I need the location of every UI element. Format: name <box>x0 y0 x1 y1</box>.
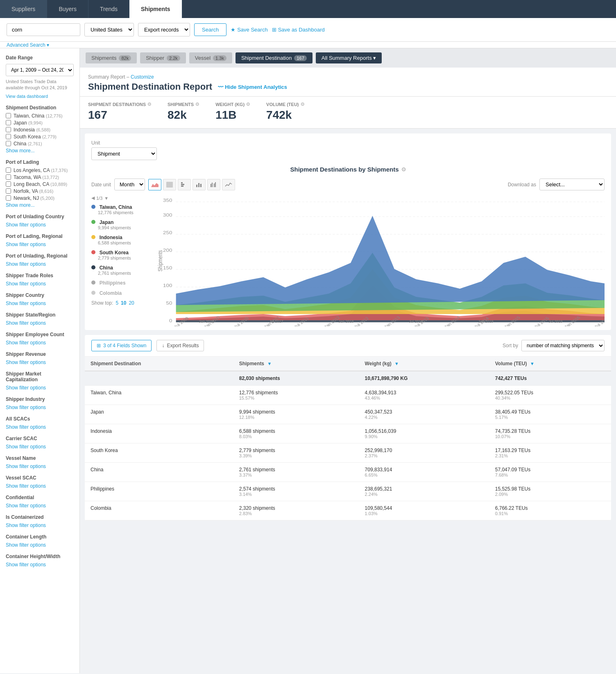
customize-link[interactable]: Customize <box>131 74 154 80</box>
port-checkbox-4[interactable] <box>6 195 11 201</box>
table-section: ⊞ 3 of 4 Fields Shown ↓ Export Results S… <box>85 335 611 520</box>
dest-checkbox-0[interactable] <box>6 113 11 118</box>
date-unit-section: Date unit Month <box>91 179 235 190</box>
total-shipments: 82,030 shipments <box>233 371 359 386</box>
container-length-filter[interactable]: Show filter options <box>6 542 74 548</box>
chart-type-sparkline[interactable] <box>222 179 235 190</box>
vessel-name-filter[interactable]: Show filter options <box>6 464 74 469</box>
shipper-industry-filter[interactable]: Show filter options <box>6 405 74 410</box>
shipper-revenue-filter[interactable]: Show filter options <box>6 360 74 365</box>
dashboard-icon: ⊞ <box>272 27 276 33</box>
tab-buyers[interactable]: Buyers <box>47 0 88 18</box>
unit-select[interactable]: Shipment <box>91 147 157 160</box>
date-unit-select[interactable]: Month <box>114 179 145 190</box>
action-select[interactable]: Export records <box>138 23 190 36</box>
port-lading-label: Port of Lading <box>6 159 74 165</box>
search-input[interactable] <box>7 23 80 36</box>
port-checkbox-3[interactable] <box>6 188 11 194</box>
hide-analytics-link[interactable]: 〰 Hide Shipment Analytics <box>218 84 287 90</box>
port-unlading-reg-filter[interactable]: Show filter options <box>6 261 74 267</box>
country-select[interactable]: United States <box>84 23 134 36</box>
row2-volume: 74,735.28 TEUs 10.07% <box>489 424 611 443</box>
show-top-5[interactable]: 5 <box>116 300 118 306</box>
shipment-dest-label: Shipment Destination <box>6 105 74 111</box>
tab-shipper-pill[interactable]: Shipper 2.2k <box>140 52 186 63</box>
download-select[interactable]: Select... <box>539 179 605 190</box>
tab-trends[interactable]: Trends <box>88 0 129 18</box>
show-top-10[interactable]: 10 <box>121 300 126 306</box>
tab-shipments-pill[interactable]: Shipments 82k <box>86 52 137 63</box>
search-bar: United States Export records Search ★ Sa… <box>0 18 616 42</box>
tab-suppliers[interactable]: Suppliers <box>0 0 47 18</box>
data-table: Shipment Destination Shipments ▼ Weight … <box>85 357 611 520</box>
export-results-button[interactable]: ↓ Export Results <box>156 340 204 351</box>
sort-by-select[interactable]: number of matching shipments <box>521 340 605 351</box>
port-show-more[interactable]: Show more... <box>6 202 74 208</box>
fields-shown-button[interactable]: ⊞ 3 of 4 Fields Shown <box>91 340 152 351</box>
legend-dot-6 <box>91 291 95 295</box>
download-section: Download as Select... <box>508 179 605 190</box>
save-dashboard-link[interactable]: ⊞ Save as Dashboard <box>272 27 325 33</box>
row2-dest: Indonesia <box>85 424 233 443</box>
chart-legend: ◀ 1/3 ▼ Taiwan, China 12,776 shipments J… <box>91 195 157 323</box>
carrier-scac-filter[interactable]: Show filter options <box>6 444 74 450</box>
dest-checkbox-2[interactable] <box>6 127 11 132</box>
info-icon-0: ⊙ <box>147 102 151 107</box>
vessel-scac-filter[interactable]: Show filter options <box>6 483 74 489</box>
row0-volume: 299,522.05 TEUs 40.34% <box>489 386 611 405</box>
legend-item-4: China 2,761 shipments <box>91 265 153 276</box>
row3-dest: South Korea <box>85 443 233 463</box>
dest-checkbox-3[interactable] <box>6 134 11 139</box>
tab-shipment-dest-pill[interactable]: Shipment Destination 167 <box>236 52 313 63</box>
weight-filter-icon[interactable]: ▼ <box>394 361 399 366</box>
dest-show-more[interactable]: Show more... <box>6 148 74 154</box>
container-hw-filter[interactable]: Show filter options <box>6 562 74 568</box>
port-checkbox-1[interactable] <box>6 174 11 180</box>
save-search-link[interactable]: ★ Save Search <box>231 27 267 33</box>
nav-prev-icon[interactable]: ◀ <box>91 195 95 201</box>
shipments-filter-icon[interactable]: ▼ <box>267 361 272 366</box>
legend-count-0: 12,776 shipments <box>98 210 153 215</box>
show-top-20[interactable]: 20 <box>129 300 134 306</box>
row1-weight: 450,347,523 4.22% <box>359 405 489 424</box>
table-toolbar: ⊞ 3 of 4 Fields Shown ↓ Export Results S… <box>85 335 611 357</box>
shipper-employee-filter[interactable]: Show filter options <box>6 340 74 346</box>
col-header-shipments: Shipments ▼ <box>233 357 359 371</box>
view-dashboard-link[interactable]: View data dashboard <box>6 94 48 99</box>
all-scacs-label: All SCACs <box>6 416 74 422</box>
chart-type-line[interactable] <box>163 179 176 190</box>
tab-shipments[interactable]: Shipments <box>129 0 182 18</box>
svg-rect-2 <box>181 182 183 183</box>
chart-type-bar-v[interactable] <box>192 179 206 190</box>
confidential-filter[interactable]: Show filter options <box>6 503 74 509</box>
tab-vessel-pill[interactable]: Vessel 1.3k <box>189 52 232 63</box>
all-scacs-filter[interactable]: Show filter options <box>6 424 74 430</box>
tab-bar: Shipments 82k Shipper 2.2k Vessel 1.3k S… <box>80 48 616 68</box>
dest-checkbox-4[interactable] <box>6 141 11 146</box>
shipper-state-label: Shipper State/Region <box>6 312 74 318</box>
all-summary-reports-dropdown[interactable]: All Summary Reports ▾ <box>316 52 382 63</box>
table-total-row: 82,030 shipments 10,671,898,790 KG 742,4… <box>85 371 611 386</box>
search-button[interactable]: Search <box>194 23 226 36</box>
chart-type-bar-grouped[interactable] <box>207 179 220 190</box>
port-unlading-filter[interactable]: Show filter options <box>6 222 74 228</box>
port-lading-reg-filter[interactable]: Show filter options <box>6 242 74 247</box>
row1-dest: Japan <box>85 405 233 424</box>
nav-next-icon[interactable]: ▼ <box>104 196 109 201</box>
legend-item-0: Taiwan, China 12,776 shipments <box>91 204 153 215</box>
shipper-trade-filter[interactable]: Show filter options <box>6 281 74 287</box>
chart-type-bar-h[interactable] <box>178 179 191 190</box>
port-checkbox-0[interactable] <box>6 167 11 173</box>
date-range-select[interactable]: Apr 1, 2009 – Oct 24, 2019 <box>6 64 74 76</box>
chart-type-area[interactable] <box>148 179 161 190</box>
port-checkbox-2[interactable] <box>6 181 11 187</box>
volume-filter-icon[interactable]: ▼ <box>530 361 534 366</box>
svg-marker-33 <box>176 216 605 305</box>
carrier-scac-label: Carrier SCAC <box>6 436 74 441</box>
shipper-state-filter[interactable]: Show filter options <box>6 320 74 326</box>
legend-count-1: 9,994 shipments <box>98 225 153 230</box>
shipper-mktcap-filter[interactable]: Show filter options <box>6 385 74 391</box>
is-containerized-filter[interactable]: Show filter options <box>6 522 74 528</box>
shipper-country-filter[interactable]: Show filter options <box>6 301 74 306</box>
dest-checkbox-1[interactable] <box>6 120 11 125</box>
